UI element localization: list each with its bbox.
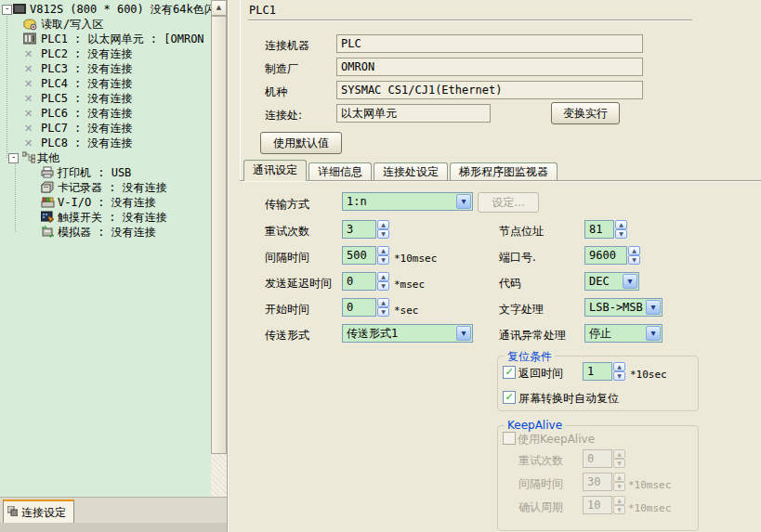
- code-select[interactable]: DEC ▾: [584, 272, 639, 291]
- tree-connector: [15, 158, 16, 232]
- spin-down-icon[interactable]: ▼: [377, 255, 389, 265]
- x-icon: ✕: [24, 47, 38, 60]
- check-icon: ✓: [505, 366, 513, 378]
- app-window: - V812S (800 * 600) 没有64k色闪烁 读取/写入区 PLC1…: [0, 0, 761, 532]
- start-time-unit: *sec: [394, 305, 419, 317]
- send-delay-spinner[interactable]: 0 ▲▼: [342, 272, 389, 291]
- check-icon: ✓: [505, 391, 513, 403]
- keepalive-interval-spinner[interactable]: 30 ▲▼: [583, 473, 625, 491]
- dock-tab-bar: 连接设定: [0, 497, 227, 532]
- spin-down-icon[interactable]: ▼: [615, 229, 627, 239]
- confirm-cycle-label: 确认周期: [518, 500, 563, 515]
- spin-down-icon[interactable]: ▼: [377, 229, 389, 239]
- spin-down-icon[interactable]: ▼: [628, 255, 640, 265]
- transfer-mode-config-button[interactable]: 设定...: [478, 192, 539, 213]
- retry-count-label: 重试次数: [265, 224, 309, 240]
- chevron-down-icon[interactable]: ▾: [646, 326, 661, 341]
- spin-up-icon: ▲: [613, 449, 625, 459]
- device-tree-panel: - V812S (800 * 600) 没有64k色闪烁 读取/写入区 PLC1…: [0, 0, 211, 497]
- tab-content-highlight: [240, 181, 761, 182]
- return-time-label: 返回时间: [518, 366, 563, 382]
- branch-icon: [22, 151, 36, 164]
- interval-time-label: 间隔时间: [265, 250, 309, 266]
- chevron-down-icon[interactable]: ▾: [456, 326, 471, 341]
- spin-up-icon[interactable]: ▲: [377, 298, 389, 307]
- card-recorder-icon: [41, 181, 55, 194]
- spin-down-icon: ▼: [613, 505, 625, 514]
- use-keepalive-checkbox[interactable]: [503, 432, 516, 445]
- return-time-checkbox[interactable]: ✓: [503, 366, 516, 379]
- collapse-icon[interactable]: -: [2, 5, 12, 15]
- keepalive-interval-unit: *10msec: [628, 479, 671, 491]
- page-title: PLC1: [249, 4, 276, 17]
- send-delay-unit: *msec: [394, 279, 425, 291]
- return-time-spinner[interactable]: 1 ▲▼: [583, 362, 625, 381]
- keepalive-title: KeepAlive: [505, 419, 565, 432]
- transfer-mode-label: 传输方式: [265, 197, 309, 213]
- chevron-down-icon[interactable]: ▾: [646, 300, 661, 315]
- x-icon: ✕: [24, 107, 38, 120]
- node-address-spinner[interactable]: 81 ▲▼: [584, 220, 627, 239]
- scroll-up-button[interactable]: ▲: [211, 0, 227, 16]
- spin-up-icon[interactable]: ▲: [377, 246, 389, 255]
- transfer-mode-select[interactable]: 1:n ▾: [342, 192, 473, 211]
- keepalive-retry-spinner[interactable]: 0 ▲▼: [583, 449, 625, 468]
- confirm-cycle-spinner[interactable]: 10 ▲▼: [583, 496, 625, 514]
- spin-up-icon[interactable]: ▲: [615, 220, 627, 229]
- interval-time-unit: *10msec: [394, 253, 437, 265]
- transfer-form-select[interactable]: 传送形式1 ▾: [342, 324, 473, 343]
- spin-up-icon[interactable]: ▲: [613, 362, 625, 371]
- tab-communication-settings[interactable]: 通讯设定: [243, 160, 307, 181]
- use-defaults-button[interactable]: 使用默认值: [260, 132, 342, 154]
- spin-down-icon[interactable]: ▼: [377, 281, 389, 291]
- keepalive-interval-label: 间隔时间: [518, 476, 563, 492]
- port-number-label: 端口号.: [499, 250, 536, 266]
- reset-condition-title: 复位条件: [505, 349, 555, 365]
- chevron-down-icon[interactable]: ▾: [456, 194, 471, 209]
- tab-detail-info[interactable]: 详细信息: [308, 162, 372, 181]
- spin-down-icon: ▼: [613, 482, 625, 491]
- tab-connection-point-settings[interactable]: 连接处设定: [374, 162, 448, 181]
- printer-icon: [41, 166, 55, 179]
- rw-area-icon: [23, 18, 37, 31]
- tab-connection-settings[interactable]: 连接设定: [3, 500, 74, 525]
- title-separator: [248, 19, 692, 21]
- use-keepalive-label: 使用KeepAlive: [518, 432, 595, 448]
- x-icon: ✕: [24, 136, 38, 149]
- keepalive-retry-label: 重试次数: [518, 453, 563, 469]
- connect-device-label: 连接机器: [265, 38, 309, 54]
- spin-down-icon: ▼: [613, 459, 625, 468]
- spin-down-icon[interactable]: ▼: [377, 307, 389, 317]
- dock-bottom-strip: [0, 523, 227, 532]
- scrollbar-thumb[interactable]: [211, 16, 227, 454]
- text-processing-label: 文字处理: [499, 302, 544, 318]
- splitter-highlight: [228, 0, 229, 532]
- send-delay-label: 发送延迟时间: [265, 276, 332, 292]
- text-processing-select[interactable]: LSB->MSB ▾: [584, 298, 663, 317]
- retry-count-spinner[interactable]: 3 ▲▼: [342, 220, 389, 239]
- interval-time-spinner[interactable]: 500 ▲▼: [342, 246, 389, 265]
- connection-settings-icon: [7, 506, 18, 519]
- collapse-icon[interactable]: -: [8, 153, 19, 163]
- scroll-up-icon: ▲: [216, 4, 221, 11]
- chevron-down-icon[interactable]: ▾: [623, 274, 637, 289]
- x-icon: ✕: [24, 77, 38, 90]
- start-time-label: 开始时间: [265, 302, 309, 318]
- manufacturer-label: 制造厂: [265, 61, 298, 77]
- spin-up-icon[interactable]: ▲: [377, 272, 389, 281]
- dock-tab-label: 连接设定: [21, 505, 66, 521]
- vio-icon: [41, 196, 55, 209]
- spin-down-icon[interactable]: ▼: [613, 371, 625, 381]
- port-number-spinner[interactable]: 9600 ▲▼: [584, 246, 640, 265]
- connect-device-field: PLC: [336, 34, 643, 53]
- touch-switch-icon: [41, 211, 55, 224]
- comm-error-handling-select[interactable]: 停止 ▾: [584, 324, 663, 343]
- start-time-spinner[interactable]: 0 ▲▼: [342, 298, 389, 317]
- spin-up-icon[interactable]: ▲: [377, 220, 389, 229]
- swap-execute-button[interactable]: 变换实行: [551, 102, 620, 124]
- auto-reset-checkbox[interactable]: ✓: [503, 391, 516, 404]
- tree-scrollbar[interactable]: ▲ ▼: [211, 0, 227, 529]
- spin-up-icon[interactable]: ▲: [628, 246, 640, 255]
- tab-ladder-monitor[interactable]: 梯形程序图监视器: [450, 162, 558, 181]
- comm-error-handling-label: 通讯异常处理: [499, 328, 566, 344]
